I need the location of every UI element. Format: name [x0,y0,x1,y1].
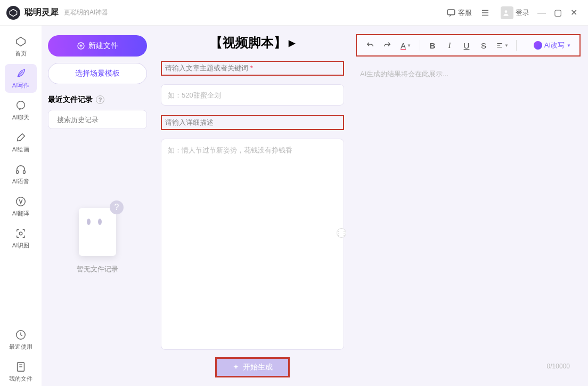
login-button[interactable]: 登录 [501,6,529,19]
chat-bubble-icon [446,8,456,18]
dropdown-triangle-icon: ▶ [289,38,295,48]
align-button[interactable]: ▼ [493,37,512,53]
sidebar-item-chat[interactable]: AI聊天 [5,96,37,125]
svg-rect-6 [23,170,26,173]
svg-rect-1 [447,10,455,15]
sidebar-item-recent[interactable]: 最近使用 [5,325,37,354]
detail-label: 请输入详细描述 [161,115,344,130]
sidebar-item-vision[interactable]: AI识图 [5,224,37,253]
app-slogan: 更聪明的AI神器 [64,8,108,17]
image-scan-icon [15,228,27,239]
empty-illustration-icon: ? [74,204,121,257]
file-panel: 新建文件 选择场景模板 最近文件记录 ? ? 暂无文件记录 [42,26,153,386]
editor-toolbar: A▼ B I U S ▼ AI改写 ▼ [356,34,581,57]
strike-button[interactable]: S [476,37,492,53]
result-placeholder: AI生成的结果将会在此展示... [360,70,448,78]
svg-point-8 [19,232,22,235]
sidebar-item-myfiles[interactable]: 我的文件 [5,357,37,386]
topic-input[interactable] [161,84,344,106]
hamburger-icon [480,8,490,18]
ai-sparkle-icon [534,41,542,50]
chat-icon [15,100,27,111]
result-area[interactable]: AI生成的结果将会在此展示... 0/10000 [356,65,581,377]
close-button[interactable]: ✕ [566,7,582,18]
file-icon [15,361,27,373]
support-button[interactable]: 客服 [446,8,472,18]
scene-title[interactable]: 【视频脚本】 ▶ [161,34,344,51]
empty-state: ? 暂无文件记录 [48,204,147,274]
align-icon [496,42,503,49]
sidebar-item-home[interactable]: 首页 [5,32,37,61]
new-file-button[interactable]: 新建文件 [48,35,147,57]
sidebar: 首页 AI写作 AI聊天 AI绘画 AI语音 AI翻译 AI识图 最 [0,26,42,386]
detail-textarea[interactable] [161,139,344,350]
svg-marker-0 [10,9,17,16]
menu-button[interactable] [480,8,492,18]
title-bar: 聪明灵犀 更聪明的AI神器 客服 登录 — ▢ ✕ [0,0,588,26]
headphone-icon [15,164,27,175]
translate-icon [15,196,27,207]
search-history-box[interactable] [48,110,147,129]
app-name: 聪明灵犀 [24,7,59,18]
svg-point-7 [17,197,26,206]
minimize-button[interactable]: — [534,8,550,18]
input-panel: 【视频脚本】 ▶ 请输入文章主题或者关键词 * 请输入详细描述 开始生成 [153,26,352,386]
choose-template-button[interactable]: 选择场景模板 [48,63,147,84]
empty-text: 暂无文件记录 [48,264,147,274]
undo-icon [366,41,374,50]
home-icon [15,36,27,47]
redo-icon [383,41,391,50]
help-icon[interactable]: ? [96,95,104,104]
resize-handle[interactable]: ⋮⋮ [337,228,346,238]
sidebar-item-voice[interactable]: AI语音 [5,160,37,189]
brush-icon [15,132,27,143]
app-logo-icon [6,6,20,20]
svg-marker-3 [17,37,26,46]
redo-button[interactable] [379,37,395,53]
svg-point-2 [505,10,508,13]
sidebar-item-translate[interactable]: AI翻译 [5,192,37,221]
feather-icon [15,68,27,79]
maximize-button[interactable]: ▢ [550,7,566,18]
ai-rewrite-button[interactable]: AI改写 ▼ [530,41,574,50]
generate-button[interactable]: 开始生成 [215,357,290,377]
recent-files-header: 最近文件记录 ? [48,95,147,104]
sidebar-item-paint[interactable]: AI绘画 [5,128,37,157]
char-counter: 0/10000 [547,363,570,370]
topic-label: 请输入文章主题或者关键词 * [161,61,344,76]
underline-button[interactable]: U [459,37,475,53]
bold-button[interactable]: B [424,37,440,53]
italic-button[interactable]: I [442,37,458,53]
svg-point-4 [17,101,25,109]
output-panel: A▼ B I U S ▼ AI改写 ▼ AI生成的结果将会在此展示... 0/1… [352,26,588,386]
text-color-button[interactable]: A▼ [396,37,415,53]
avatar-icon [501,6,513,19]
history-icon [15,329,27,341]
search-input[interactable] [57,116,146,124]
sparkle-icon [232,364,240,371]
undo-button[interactable] [362,37,378,53]
svg-rect-5 [17,170,19,173]
plus-circle-icon [77,42,85,50]
sidebar-item-writing[interactable]: AI写作 [5,64,37,93]
